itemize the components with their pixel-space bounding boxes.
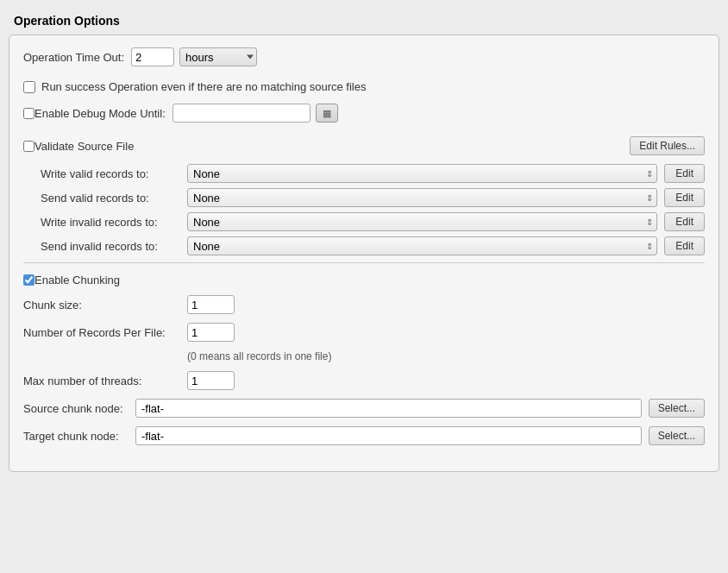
- send-invalid-label: Send invalid records to:: [41, 240, 187, 253]
- timeout-row: Operation Time Out: hours minutes second…: [23, 47, 705, 66]
- source-chunk-row: Source chunk node: Select...: [23, 399, 705, 418]
- target-chunk-label: Target chunk node:: [23, 430, 135, 443]
- send-valid-select[interactable]: None: [187, 188, 657, 207]
- source-chunk-select-button[interactable]: Select...: [649, 399, 705, 418]
- validate-source-row: Validate Source File Edit Rules...: [23, 136, 705, 155]
- section-title: Operation Options: [0, 9, 728, 35]
- max-threads-input[interactable]: [187, 371, 235, 390]
- records-per-file-input[interactable]: [187, 323, 235, 342]
- write-invalid-row: Write invalid records to: None Edit: [41, 212, 705, 231]
- timeout-input[interactable]: [131, 47, 174, 66]
- max-threads-row: Max number of threads:: [23, 371, 705, 390]
- source-chunk-label: Source chunk node:: [23, 402, 135, 415]
- divider: [23, 262, 705, 263]
- write-invalid-label: Write invalid records to:: [41, 216, 187, 229]
- debug-mode-row: Enable Debug Mode Until: ▦: [23, 104, 705, 123]
- records-per-file-row: Number of Records Per File:: [23, 323, 705, 342]
- write-valid-select-wrapper: None: [187, 164, 657, 183]
- write-valid-select[interactable]: None: [187, 164, 657, 183]
- timeout-unit-select[interactable]: hours minutes seconds: [179, 47, 257, 66]
- page-container: Operation Options Operation Time Out: ho…: [0, 0, 728, 573]
- max-threads-label: Max number of threads:: [23, 375, 187, 387]
- write-valid-row: Write valid records to: None Edit: [41, 164, 705, 183]
- run-success-row: Run success Operation even if there are …: [23, 80, 705, 93]
- debug-date-input[interactable]: [173, 104, 311, 123]
- write-valid-label: Write valid records to:: [41, 167, 187, 180]
- send-invalid-row: Send invalid records to: None Edit: [41, 236, 705, 255]
- timeout-unit-wrapper: hours minutes seconds: [179, 47, 257, 66]
- chunk-size-row: Chunk size:: [23, 295, 705, 314]
- calendar-button[interactable]: ▦: [316, 104, 338, 123]
- edit-rules-button[interactable]: Edit Rules...: [630, 136, 705, 155]
- send-valid-edit-button[interactable]: Edit: [664, 188, 705, 207]
- debug-mode-label: Enable Debug Mode Until:: [35, 107, 166, 120]
- write-invalid-select[interactable]: None: [187, 212, 657, 231]
- target-chunk-select-button[interactable]: Select...: [649, 426, 705, 445]
- send-invalid-select-wrapper: None: [187, 236, 657, 255]
- panel: Operation Time Out: hours minutes second…: [9, 35, 719, 472]
- target-chunk-row: Target chunk node: Select...: [23, 426, 705, 445]
- target-chunk-input[interactable]: [135, 426, 642, 445]
- calendar-icon: ▦: [323, 108, 331, 119]
- run-success-label: Run success Operation even if there are …: [41, 80, 366, 93]
- records-section: Write valid records to: None Edit Send v…: [41, 164, 705, 255]
- write-invalid-edit-button[interactable]: Edit: [664, 212, 705, 231]
- chunk-size-label: Chunk size:: [23, 299, 187, 312]
- run-success-checkbox[interactable]: [23, 81, 35, 93]
- source-chunk-input[interactable]: [135, 399, 642, 418]
- send-valid-row: Send valid records to: None Edit: [41, 188, 705, 207]
- send-valid-label: Send valid records to:: [41, 192, 187, 205]
- debug-mode-checkbox[interactable]: [23, 108, 35, 119]
- chunk-size-input[interactable]: [187, 295, 235, 314]
- validate-source-checkbox[interactable]: [23, 141, 35, 152]
- send-invalid-edit-button[interactable]: Edit: [664, 236, 705, 255]
- chunking-fields: Chunk size: Number of Records Per File: …: [23, 295, 705, 445]
- enable-chunking-row: Enable Chunking: [23, 274, 705, 286]
- send-invalid-select[interactable]: None: [187, 236, 657, 255]
- enable-chunking-checkbox[interactable]: [23, 274, 35, 286]
- timeout-label: Operation Time Out:: [23, 51, 124, 64]
- write-valid-edit-button[interactable]: Edit: [664, 164, 705, 183]
- send-valid-select-wrapper: None: [187, 188, 657, 207]
- records-note: (0 means all records in one file): [187, 350, 705, 362]
- enable-chunking-label: Enable Chunking: [35, 274, 120, 286]
- validate-source-label: Validate Source File: [35, 140, 134, 153]
- write-invalid-select-wrapper: None: [187, 212, 657, 231]
- records-per-file-label: Number of Records Per File:: [23, 326, 187, 339]
